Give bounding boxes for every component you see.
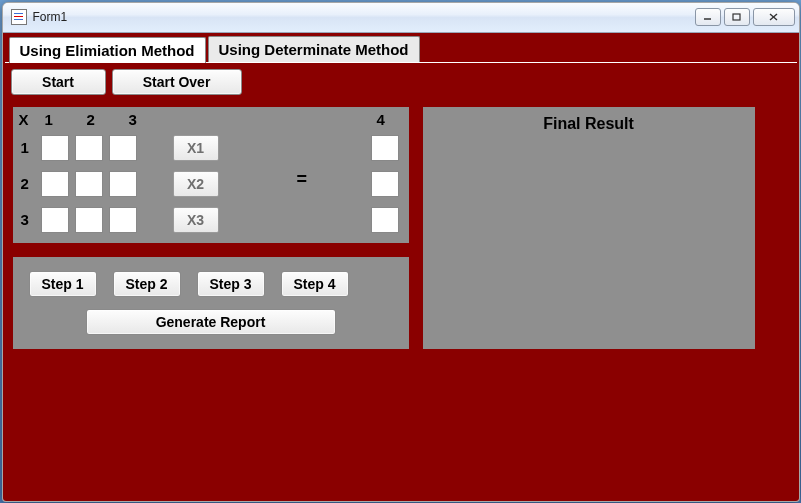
- tab-page-elimination: Start Start Over X 1 2 3 4 1 2 3: [5, 63, 797, 357]
- toolbar-row: Start Start Over: [11, 69, 791, 95]
- step3-button[interactable]: Step 3: [197, 271, 265, 297]
- maximize-button[interactable]: [724, 8, 750, 26]
- cell-3-1[interactable]: [41, 207, 69, 233]
- window-frame: Form1 Using Elimiation Method Using Dete…: [2, 2, 800, 502]
- cell-1-1[interactable]: [41, 135, 69, 161]
- row-label-2: 2: [21, 175, 29, 192]
- svg-rect-1: [733, 14, 740, 20]
- tab-determinate[interactable]: Using Determinate Method: [208, 36, 420, 62]
- x2-button[interactable]: X2: [173, 171, 219, 197]
- steps-panel: Step 1 Step 2 Step 3 Step 4 Generate Rep…: [11, 255, 411, 351]
- window-title: Form1: [33, 10, 695, 24]
- cell-3-2[interactable]: [75, 207, 103, 233]
- step2-button[interactable]: Step 2: [113, 271, 181, 297]
- matrix-panel: X 1 2 3 4 1 2 3: [11, 105, 411, 245]
- minimize-button[interactable]: [695, 8, 721, 26]
- cell-2-3[interactable]: [109, 171, 137, 197]
- step4-button[interactable]: Step 4: [281, 271, 349, 297]
- left-column: X 1 2 3 4 1 2 3: [11, 105, 411, 351]
- client-area: Using Elimiation Method Using Determinat…: [3, 33, 799, 501]
- app-icon: [11, 9, 27, 25]
- header-col-3: 3: [129, 111, 137, 128]
- final-result-title: Final Result: [423, 115, 755, 133]
- rhs-1[interactable]: [371, 135, 399, 161]
- cell-1-2[interactable]: [75, 135, 103, 161]
- cell-1-3[interactable]: [109, 135, 137, 161]
- steps-row: Step 1 Step 2 Step 3 Step 4: [29, 271, 397, 297]
- window-controls: [695, 8, 795, 26]
- close-button[interactable]: [753, 8, 795, 26]
- equals-label: =: [297, 169, 308, 190]
- generate-report-button[interactable]: Generate Report: [86, 309, 336, 335]
- row-label-3: 3: [21, 211, 29, 228]
- titlebar[interactable]: Form1: [3, 3, 799, 33]
- start-button[interactable]: Start: [11, 69, 106, 95]
- cell-3-3[interactable]: [109, 207, 137, 233]
- row-label-1: 1: [21, 139, 29, 156]
- x1-button[interactable]: X1: [173, 135, 219, 161]
- rhs-3[interactable]: [371, 207, 399, 233]
- final-result-panel: Final Result: [421, 105, 757, 351]
- header-col-4: 4: [377, 111, 385, 128]
- header-col-1: 1: [45, 111, 53, 128]
- header-col-2: 2: [87, 111, 95, 128]
- cell-2-2[interactable]: [75, 171, 103, 197]
- panels-row: X 1 2 3 4 1 2 3: [11, 105, 791, 351]
- x3-button[interactable]: X3: [173, 207, 219, 233]
- start-over-button[interactable]: Start Over: [112, 69, 242, 95]
- cell-2-1[interactable]: [41, 171, 69, 197]
- tab-elimination[interactable]: Using Elimiation Method: [9, 37, 206, 63]
- tabstrip: Using Elimiation Method Using Determinat…: [5, 35, 797, 63]
- rhs-2[interactable]: [371, 171, 399, 197]
- header-x: X: [19, 111, 29, 128]
- step1-button[interactable]: Step 1: [29, 271, 97, 297]
